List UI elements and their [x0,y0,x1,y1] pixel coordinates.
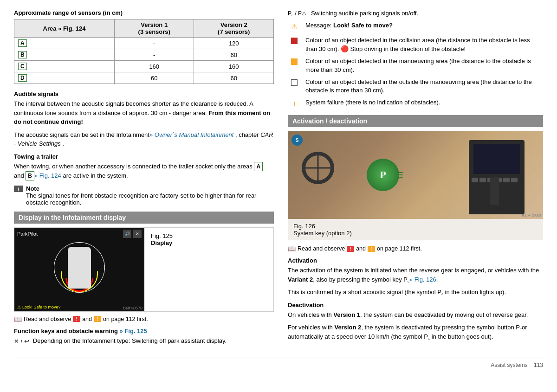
col-header-area: Area » Fig. 124 [14,19,115,38]
page-footer: Assist systems 113 [14,358,543,368]
area-label-c: C [18,63,27,70]
table-row: B - 60 [14,49,274,61]
activation-body: The activation of the system is initiate… [288,266,543,284]
p-symbol: P [380,169,386,181]
table-row: A - 120 [14,38,274,49]
parkpilot-screen: ParkPilot 🔊 ✕ [14,228,144,311]
warning-text: Message: Look! Safe to move? [305,21,393,30]
red-square-text: Colour of an object detected in the coll… [305,36,543,54]
towing-title: Towing a trailer [14,153,274,160]
parking-symbol-text: Switching audible parking signals on/off… [311,9,418,18]
sensor-table: Area » Fig. 124 Version 1(3 sensors) Ver… [14,19,274,84]
wave-lines [398,172,403,178]
note-icon: i [14,186,23,192]
func-keys-title: Function keys and obstacle warning » Fig… [14,328,274,334]
fig-125-num: Fig. 125 [151,232,173,239]
parkpilot-label: ParkPilot [17,231,38,237]
func-key-text: Depending on the Infotainment type: Swit… [33,336,227,346]
cell-d-v2: 60 [194,72,274,84]
read-observe-and-r: and [356,245,366,252]
icon-row-warning: ⚠ Message: Look! Safe to move? [288,21,543,32]
steering-wheel [302,152,334,184]
activation-section-header: Activation / deactivation [288,115,543,127]
red-square-icon [288,36,301,44]
pp-close-icon[interactable]: ✕ [133,230,142,238]
icon-row-parking: P꜀ / P△ Switching audible parking signal… [288,9,543,18]
yellow-square-icon [288,57,301,65]
read-observe-left: 📖 Read and observe ! and ! on page 112 f… [14,315,274,323]
col-header-v2: Version 2(7 sensors) [194,19,274,38]
left-column: Approximate range of sensors (in cm) Are… [14,9,274,348]
read-observe-right: 📖 Read and observe ! and ! on page 112 f… [288,245,543,252]
infotainment-link[interactable]: » Owner´s Manual Infotainment [149,131,233,138]
cell-b-v2: 60 [194,49,274,61]
audible-title: Audible signals [14,90,274,97]
page-label: Assist systems 113 [491,362,543,368]
deactivation-title: Deactivation [288,302,543,308]
fig-125-title: Display [151,239,173,246]
right-column: P꜀ / P△ Switching audible parking signal… [288,9,543,348]
icon-row-empty: Colour of an object detected in the outs… [288,78,543,95]
towing-area-a: A [254,162,263,171]
stop-circle-icon: 🔴 [341,45,349,52]
deactivation-v2: For vehicles with Version 2, the system … [288,323,543,341]
bnh-label-0563: BNH-0563 [522,213,541,218]
fig126-link[interactable]: » Fig. 126 [409,276,436,283]
book-icon-left: 📖 [14,315,22,323]
activation-title: Activation [288,257,543,264]
warning-triangle-icon: ⚠ [288,21,301,32]
col-header-v1: Version 1(3 sensors) [114,19,194,38]
warn-badge-red-right: ! [347,246,354,252]
park-button[interactable]: P [367,159,399,191]
warn-badge-yellow-left: ! [94,316,101,322]
pp-icons: 🔊 ✕ [123,230,142,238]
audible-infotainment: The acoustic signals can be set in the I… [14,130,274,148]
warning-text: Look! Safe to move? [22,305,61,309]
display-section-header: Display in the Infotainment display [14,212,274,224]
activation-confirm: This is confirmed by a short acoustic si… [288,288,543,297]
figure-inner: ParkPilot 🔊 ✕ [14,228,273,311]
car-top-view [14,240,144,296]
cell-a-v1: - [114,38,194,49]
read-observe-text1-r: Read and observe [298,245,345,252]
pp-header: ParkPilot 🔊 ✕ [14,228,144,240]
note-box: i Note The signal tones for front obstac… [14,185,274,206]
icon-row-yellow: Colour of an object detected in the mano… [288,57,543,74]
infotainment-screen [473,144,520,174]
cell-b-v1: - [114,49,194,61]
warning-triangle-icon: ⚠ [17,305,21,309]
figure-126-box: S P [288,131,543,240]
steering-area [297,149,353,186]
cell-d-v1: 60 [114,72,194,84]
icon-row-red: Colour of an object detected in the coll… [288,36,543,54]
parking-symbol-icon: P꜀ / P△ [288,9,306,18]
gear-shift [490,177,499,205]
bnh-label-0570: BNH-0570 [123,306,142,310]
table-row: C 160 160 [14,61,274,72]
warn-badge-red-left: ! [73,316,80,322]
func-keys-link[interactable]: » Fig. 125 [120,328,147,334]
towing-text: When towing, or when another accessory i… [14,162,274,180]
car-interior-area: S P [288,131,543,219]
read-observe-text2: on page 112 first. [103,316,148,322]
towing-fig-link[interactable]: » Fig. 124 [34,172,61,179]
fig-125-caption: Fig. 125 Display [144,228,179,311]
fig-126-caption-area: Fig. 126 System key (option 2) [288,219,543,240]
cell-c-v1: 160 [114,61,194,72]
fig-126-num: Fig. 126 [293,223,315,230]
skoda-logo: S [291,135,303,146]
table-row: D 60 60 [14,72,274,84]
excl-text: System failure (there is no indication o… [305,98,440,107]
pp-speaker-icon[interactable]: 🔊 [123,230,131,238]
figure-125-box: ParkPilot 🔊 ✕ [14,227,274,312]
towing-area-b: B [26,171,34,180]
area-label-d: D [18,74,27,82]
warn-badge-yellow-right: ! [368,246,375,252]
car-body-shape [68,247,91,289]
read-observe-text1: Read and observe [24,316,71,322]
empty-square-icon [288,78,301,86]
icon-row-excl: ! System failure (there is no indication… [288,98,543,109]
parkpilot-display: ParkPilot 🔊 ✕ [14,228,144,311]
cell-c-v2: 160 [194,61,274,72]
cell-a-v2: 120 [194,38,274,49]
